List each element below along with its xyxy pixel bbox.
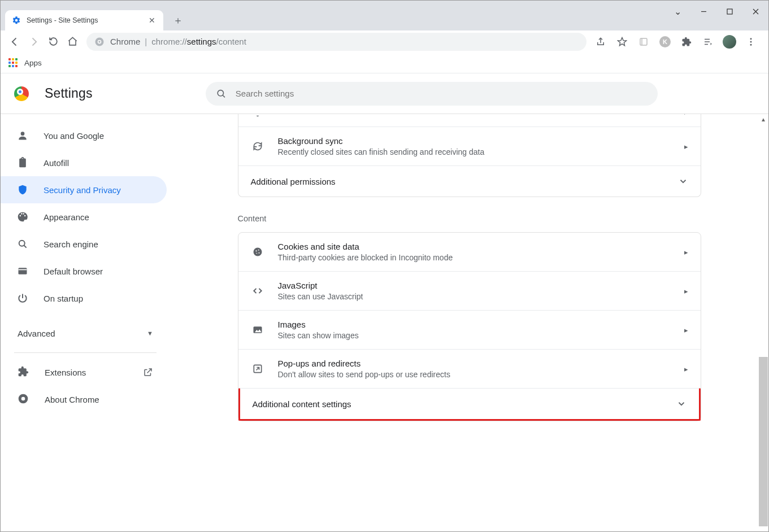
setting-row-images[interactable]: Images Sites can show images ▸ xyxy=(238,310,701,349)
row-subtitle: Recently closed sites can finish sending… xyxy=(278,147,684,156)
profile-avatar[interactable] xyxy=(720,32,739,51)
reload-button[interactable] xyxy=(44,32,63,51)
share-icon[interactable] xyxy=(591,32,610,51)
svg-rect-8 xyxy=(640,38,647,45)
reading-list-icon[interactable] xyxy=(634,32,653,51)
permissions-card: Notifications Sites can ask to send noti… xyxy=(238,114,701,197)
sidebar-item-security-privacy[interactable]: Security and Privacy xyxy=(1,176,167,203)
svg-rect-1 xyxy=(727,9,732,14)
browser-window-icon xyxy=(16,265,29,277)
settings-sidebar: You and Google Autofill Security and Pri… xyxy=(1,114,170,531)
sidebar-item-label: Autofill xyxy=(44,158,69,168)
svg-point-26 xyxy=(253,248,262,256)
additional-content-settings-expander[interactable]: Additional content settings xyxy=(238,388,701,421)
minimize-button[interactable] xyxy=(690,1,716,22)
maximize-button[interactable] xyxy=(716,1,742,22)
setting-row-javascript[interactable]: JavaScript Sites can use Javascript ▸ xyxy=(238,271,701,310)
apps-icon[interactable] xyxy=(8,58,19,68)
sidebar-item-you-and-google[interactable]: You and Google xyxy=(1,122,167,149)
browser-tab[interactable]: Settings - Site Settings ✕ xyxy=(5,10,163,30)
gear-icon xyxy=(12,16,21,25)
browser-tabstrip: Settings - Site Settings ✕ ＋ ⌄ xyxy=(1,1,768,30)
row-title: Additional content settings xyxy=(253,399,676,409)
sidebar-item-about-chrome[interactable]: About Chrome xyxy=(1,386,170,413)
advanced-label: Advanced xyxy=(18,329,55,338)
sidebar-item-label: On startup xyxy=(44,294,83,303)
url-part: chrome:// xyxy=(151,37,187,46)
svg-line-20 xyxy=(24,246,27,248)
clipboard-icon xyxy=(16,156,29,169)
sidebar-item-default-browser[interactable]: Default browser xyxy=(1,258,167,285)
apps-bookmark[interactable]: Apps xyxy=(24,59,42,67)
row-subtitle: Third-party cookies are blocked in Incog… xyxy=(278,253,684,262)
url-part: /content xyxy=(216,37,246,46)
sync-icon xyxy=(251,141,264,152)
site-info-icon[interactable] xyxy=(94,37,105,47)
sidebar-item-label: Search engine xyxy=(44,239,98,249)
chevron-down-icon xyxy=(678,176,688,186)
bookmark-star-icon[interactable] xyxy=(612,32,632,51)
search-settings-box[interactable] xyxy=(206,82,658,106)
home-button[interactable] xyxy=(63,32,82,51)
url-separator: | xyxy=(140,37,151,46)
content-section-label: Content xyxy=(238,214,701,223)
power-icon xyxy=(16,292,29,304)
sidebar-item-search-engine[interactable]: Search engine xyxy=(1,230,167,258)
page-title: Settings xyxy=(45,86,93,101)
sidebar-item-label: About Chrome xyxy=(45,395,99,404)
media-control-icon[interactable] xyxy=(698,32,718,51)
svg-point-30 xyxy=(256,253,257,254)
row-title: Images xyxy=(278,320,684,329)
setting-row-popups[interactable]: Pop-ups and redirects Don't allow sites … xyxy=(238,349,701,388)
svg-point-6 xyxy=(98,41,100,42)
additional-permissions-expander[interactable]: Additional permissions xyxy=(238,165,701,197)
setting-row-notifications[interactable]: Notifications Sites can ask to send noti… xyxy=(238,114,701,127)
address-bar[interactable]: Chrome | chrome://settings/content xyxy=(86,33,586,51)
sidebar-item-label: You and Google xyxy=(44,131,104,141)
browser-toolbar: Chrome | chrome://settings/content K xyxy=(1,30,768,53)
row-subtitle: Sites can show images xyxy=(278,331,684,340)
svg-point-14 xyxy=(750,41,752,42)
back-button[interactable] xyxy=(5,32,24,51)
search-settings-input[interactable] xyxy=(236,89,648,98)
chevron-right-icon: ▸ xyxy=(684,287,688,295)
svg-line-17 xyxy=(223,95,225,97)
bell-icon xyxy=(251,114,264,117)
sidebar-item-label: Extensions xyxy=(45,368,86,377)
sidebar-item-appearance[interactable]: Appearance xyxy=(1,203,167,230)
chrome-menu-icon[interactable] xyxy=(741,32,761,51)
svg-point-25 xyxy=(21,397,25,401)
sidebar-item-on-startup[interactable]: On startup xyxy=(1,285,167,312)
content-card: Cookies and site data Third-party cookie… xyxy=(238,232,701,421)
image-icon xyxy=(251,324,264,335)
svg-point-18 xyxy=(21,132,25,136)
settings-content: ▲ Notifications Sites can ask to send no… xyxy=(170,114,768,531)
setting-row-cookies[interactable]: Cookies and site data Third-party cookie… xyxy=(238,233,701,271)
window-controls: ⌄ xyxy=(664,1,768,22)
settings-header: Settings xyxy=(1,73,768,114)
svg-point-19 xyxy=(19,241,25,246)
sidebar-item-label: Default browser xyxy=(44,267,103,276)
chevron-right-icon: ▸ xyxy=(684,142,688,151)
extensions-puzzle-icon[interactable] xyxy=(677,32,696,51)
external-link-icon xyxy=(143,367,153,377)
close-window-button[interactable] xyxy=(742,1,768,22)
row-title: JavaScript xyxy=(278,281,684,290)
forward-button[interactable] xyxy=(24,32,44,51)
setting-row-background-sync[interactable]: Background sync Recently closed sites ca… xyxy=(238,127,701,165)
chevron-right-icon: ▸ xyxy=(684,326,688,334)
url-part: settings xyxy=(187,37,216,46)
svg-point-27 xyxy=(255,250,257,251)
chevron-down-icon: ▼ xyxy=(147,330,153,337)
svg-point-16 xyxy=(218,90,223,95)
sidebar-item-extensions[interactable]: Extensions xyxy=(1,359,170,386)
sidebar-advanced-toggle[interactable]: Advanced ▼ xyxy=(1,320,170,347)
search-icon xyxy=(16,238,29,250)
tab-search-icon[interactable]: ⌄ xyxy=(664,1,690,22)
close-tab-icon[interactable]: ✕ xyxy=(147,16,157,25)
new-tab-button[interactable]: ＋ xyxy=(170,12,186,28)
sidebar-item-autofill[interactable]: Autofill xyxy=(1,149,167,176)
row-title: Cookies and site data xyxy=(278,242,684,251)
chevron-right-icon: ▸ xyxy=(684,365,688,373)
extension-k-icon[interactable]: K xyxy=(655,32,675,51)
